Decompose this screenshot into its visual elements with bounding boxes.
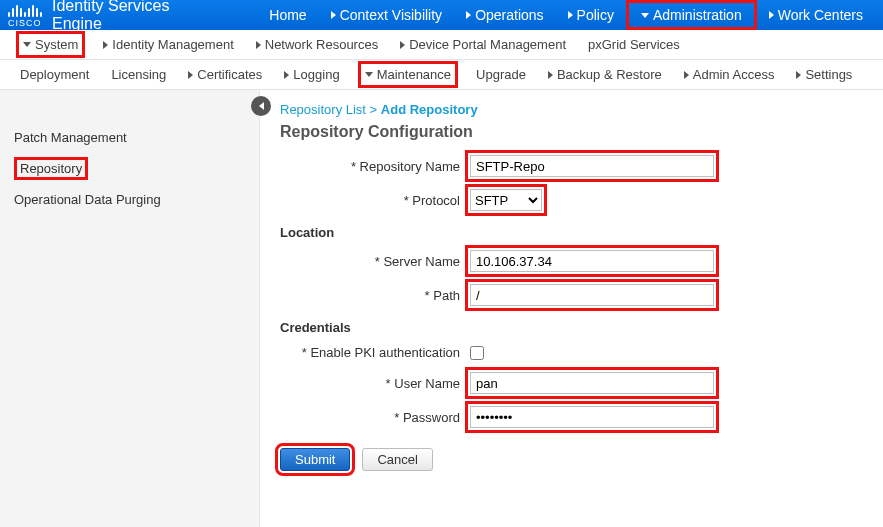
sidebar-collapse-button[interactable] <box>251 96 271 116</box>
tab-admin-access[interactable]: Admin Access <box>680 64 779 85</box>
subnav-device-portal[interactable]: Device Portal Management <box>396 34 570 55</box>
brand-title: Identity Services Engine <box>52 0 217 33</box>
subnav-network-resources[interactable]: Network Resources <box>252 34 382 55</box>
breadcrumb: Repository List > Add Repository <box>280 102 863 117</box>
page-title: Repository Configuration <box>280 123 863 141</box>
breadcrumb-link-repository-list[interactable]: Repository List <box>280 102 366 117</box>
input-path[interactable] <box>470 284 714 306</box>
cisco-logo-icon: CISCO <box>8 3 42 28</box>
main-nav: Home Context Visibility Operations Polic… <box>257 0 875 30</box>
tab-backup-restore[interactable]: Backup & Restore <box>544 64 666 85</box>
tab-settings[interactable]: Settings <box>792 64 856 85</box>
caret-right-icon <box>684 71 689 79</box>
tab-logging[interactable]: Logging <box>280 64 343 85</box>
nav-work-centers[interactable]: Work Centers <box>757 0 875 30</box>
tab-upgrade[interactable]: Upgrade <box>472 64 530 85</box>
section-credentials: Credentials <box>280 320 863 335</box>
caret-right-icon <box>103 41 108 49</box>
label-path: * Path <box>280 288 470 303</box>
caret-right-icon <box>188 71 193 79</box>
nav-operations[interactable]: Operations <box>454 0 555 30</box>
caret-right-icon <box>284 71 289 79</box>
logo: CISCO Identity Services Engine <box>8 0 217 33</box>
sidebar-item-operational-data-purging[interactable]: Operational Data Purging <box>0 184 259 215</box>
caret-down-icon <box>365 72 373 77</box>
input-server-name[interactable] <box>470 250 714 272</box>
label-user-name: * User Name <box>280 376 470 391</box>
nav-policy[interactable]: Policy <box>556 0 626 30</box>
sidebar-item-patch-management[interactable]: Patch Management <box>0 122 259 153</box>
caret-right-icon <box>796 71 801 79</box>
left-sidebar: Patch Management Repository Operational … <box>0 90 260 527</box>
caret-right-icon <box>548 71 553 79</box>
nav-administration[interactable]: Administration <box>626 0 757 30</box>
sidebar-item-repository[interactable]: Repository <box>0 153 259 184</box>
breadcrumb-separator: > <box>370 102 378 117</box>
main-panel: Repository List > Add Repository Reposit… <box>260 90 883 527</box>
content-area: Patch Management Repository Operational … <box>0 90 883 527</box>
nav-context-visibility[interactable]: Context Visibility <box>319 0 454 30</box>
tab-deployment[interactable]: Deployment <box>16 64 93 85</box>
nav-home[interactable]: Home <box>257 0 318 30</box>
caret-right-icon <box>466 11 471 19</box>
label-server-name: * Server Name <box>280 254 470 269</box>
caret-right-icon <box>769 11 774 19</box>
input-user-name[interactable] <box>470 372 714 394</box>
caret-right-icon <box>256 41 261 49</box>
top-nav-bar: CISCO Identity Services Engine Home Cont… <box>0 0 883 30</box>
repository-form: * Repository Name * Protocol SFTP Locati… <box>280 155 863 471</box>
subnav-primary: System Identity Management Network Resou… <box>0 30 883 60</box>
caret-right-icon <box>400 41 405 49</box>
submit-button[interactable]: Submit <box>280 448 350 471</box>
subnav-secondary: Deployment Licensing Certificates Loggin… <box>0 60 883 90</box>
caret-down-icon <box>641 13 649 18</box>
input-repository-name[interactable] <box>470 155 714 177</box>
caret-right-icon <box>331 11 336 19</box>
select-protocol[interactable]: SFTP <box>470 189 542 211</box>
tab-certificates[interactable]: Certificates <box>184 64 266 85</box>
section-location: Location <box>280 225 863 240</box>
button-bar: Submit Cancel <box>280 448 863 471</box>
logo-text: CISCO <box>8 18 42 28</box>
caret-down-icon <box>23 42 31 47</box>
breadcrumb-current: Add Repository <box>381 102 478 117</box>
cancel-button[interactable]: Cancel <box>362 448 432 471</box>
subnav-system[interactable]: System <box>16 31 85 58</box>
label-enable-pki: * Enable PKI authentication <box>280 345 470 360</box>
chevron-left-icon <box>259 102 264 110</box>
label-password: * Password <box>280 410 470 425</box>
label-repository-name: * Repository Name <box>280 159 470 174</box>
tab-maintenance[interactable]: Maintenance <box>358 61 458 88</box>
subnav-pxgrid[interactable]: pxGrid Services <box>584 34 684 55</box>
input-password[interactable] <box>470 406 714 428</box>
label-protocol: * Protocol <box>280 193 470 208</box>
tab-licensing[interactable]: Licensing <box>107 64 170 85</box>
subnav-identity-management[interactable]: Identity Management <box>99 34 237 55</box>
caret-right-icon <box>568 11 573 19</box>
checkbox-enable-pki[interactable] <box>470 346 484 360</box>
